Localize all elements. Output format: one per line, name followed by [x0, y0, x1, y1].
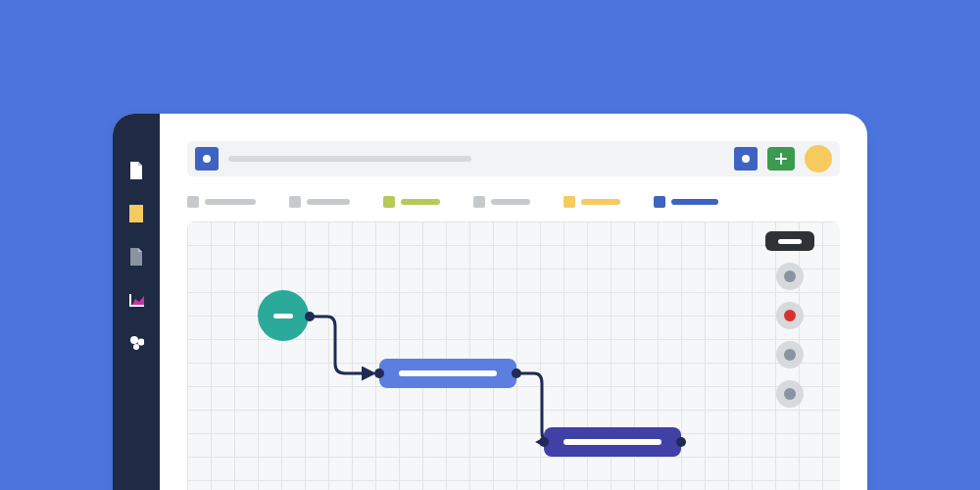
add-button[interactable] — [767, 147, 795, 171]
svg-rect-0 — [129, 205, 143, 222]
svg-point-3 — [133, 344, 139, 350]
tabs-row — [187, 192, 840, 212]
tab-swatch — [654, 196, 665, 208]
flow-node-label — [564, 439, 662, 445]
tool-indicator — [784, 270, 796, 282]
tab-swatch — [383, 196, 395, 208]
app-window — [113, 114, 867, 490]
tab-label — [307, 199, 350, 205]
tab-swatch — [289, 196, 301, 208]
tab-label — [671, 199, 718, 205]
svg-point-1 — [130, 336, 138, 344]
file-icon[interactable] — [128, 161, 144, 180]
tab-swatch — [564, 196, 575, 208]
tab-2[interactable] — [383, 196, 440, 208]
flow-node-step2[interactable] — [544, 427, 681, 457]
tool-panel-header[interactable] — [765, 231, 814, 251]
flow-port[interactable] — [374, 368, 384, 378]
avatar[interactable] — [805, 145, 832, 172]
tab-label — [491, 199, 530, 205]
file-icon-yellow[interactable] — [128, 204, 144, 223]
chart-icon[interactable] — [128, 290, 144, 310]
tab-label — [581, 199, 620, 205]
flow-node-step1[interactable] — [379, 359, 516, 388]
tab-5[interactable] — [654, 196, 718, 208]
flow-canvas[interactable] — [187, 221, 840, 490]
tab-label — [205, 199, 256, 205]
tab-label — [401, 199, 440, 205]
tool-gray-3[interactable] — [776, 380, 804, 408]
flow-edges — [187, 221, 840, 490]
project-badge[interactable] — [195, 147, 219, 171]
tab-4[interactable] — [564, 196, 620, 208]
flow-port[interactable] — [676, 437, 686, 447]
flow-edge — [310, 317, 373, 373]
tab-swatch — [187, 196, 199, 208]
tab-0[interactable] — [187, 196, 256, 208]
tool-indicator — [784, 310, 796, 321]
cluster-icon[interactable] — [128, 333, 144, 353]
file-icon-gray[interactable] — [128, 247, 144, 267]
tab-3[interactable] — [473, 196, 530, 208]
flow-node-label — [399, 370, 497, 376]
search-input[interactable] — [228, 156, 471, 162]
sidebar — [113, 114, 160, 490]
notifications-button[interactable] — [734, 147, 758, 171]
flow-node-start[interactable] — [258, 290, 309, 341]
tab-1[interactable] — [289, 196, 350, 208]
topbar — [187, 141, 840, 176]
flow-port[interactable] — [512, 368, 521, 378]
flow-port[interactable] — [305, 312, 315, 321]
tool-gray-1[interactable] — [776, 263, 804, 290]
tool-indicator — [784, 349, 796, 361]
tool-gray-2[interactable] — [776, 341, 804, 368]
tool-indicator — [784, 388, 796, 400]
flow-port[interactable] — [539, 437, 549, 447]
tab-swatch — [473, 196, 485, 208]
tool-record[interactable] — [776, 302, 804, 329]
tool-panel — [765, 231, 814, 408]
svg-point-2 — [138, 339, 145, 346]
